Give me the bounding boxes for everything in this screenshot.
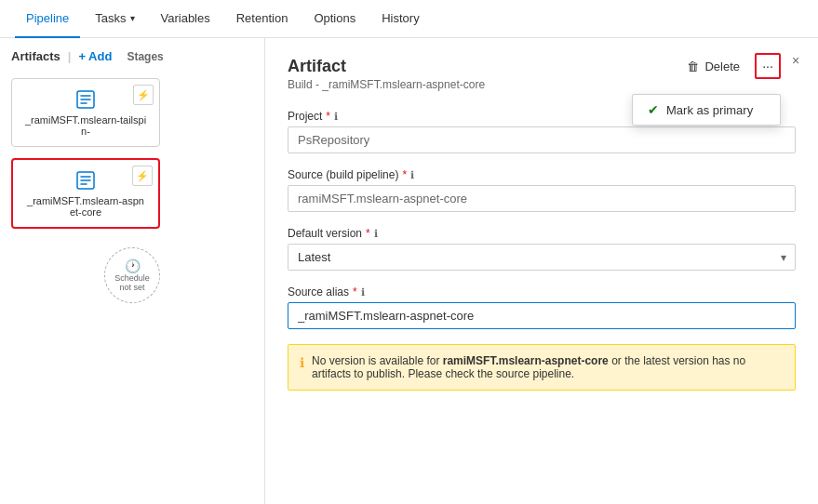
project-required: *: [326, 110, 330, 123]
artifacts-title: Artifacts: [11, 49, 60, 63]
right-panel: 🗑 Delete ··· ✔ Mark as primary ×: [265, 38, 818, 504]
warning-text: No version is available for ramiMSFT.msl…: [312, 354, 784, 380]
source-required: *: [402, 168, 407, 181]
schedule-line1: Schedule: [114, 273, 150, 283]
nav-pipeline[interactable]: Pipeline: [15, 0, 80, 38]
close-button[interactable]: ×: [784, 49, 807, 72]
artifact-icon-1: [23, 88, 148, 111]
more-options-button[interactable]: ···: [755, 53, 781, 79]
nav-retention[interactable]: Retention: [225, 0, 300, 38]
source-alias-required: *: [353, 285, 357, 298]
check-icon: ✔: [648, 102, 659, 117]
panel-toolbar: 🗑 Delete ··· ✔ Mark as primary: [679, 53, 781, 79]
artifact-icon-2: [24, 169, 147, 192]
stages-label: Stages: [127, 50, 163, 63]
lightning-btn-2[interactable]: ⚡: [132, 166, 153, 186]
default-version-select[interactable]: Latest: [288, 244, 796, 271]
nav-variables[interactable]: Variables: [150, 0, 221, 38]
default-version-field-group: Default version * ℹ Latest ▾: [288, 227, 796, 271]
schedule-icon: 🕐: [125, 259, 141, 273]
schedule-card[interactable]: 🕐 Schedule not set: [104, 247, 160, 303]
nav-history[interactable]: History: [370, 0, 430, 38]
artifact-card-2[interactable]: ⚡ _ramiMSFT.mslearn-aspnet-core: [11, 158, 160, 229]
source-alias-field-group: Source alias * ℹ: [288, 285, 796, 329]
trash-icon: 🗑: [687, 60, 699, 73]
schedule-line2: not set: [119, 283, 144, 292]
delete-button[interactable]: 🗑 Delete: [679, 56, 747, 77]
source-alias-label: Source alias * ℹ: [288, 285, 796, 298]
default-version-select-wrapper: Latest ▾: [288, 244, 796, 271]
default-version-info-icon[interactable]: ℹ: [374, 228, 378, 240]
context-menu: ✔ Mark as primary: [632, 94, 781, 126]
default-version-required: *: [366, 227, 370, 240]
source-label: Source (build pipeline) * ℹ: [288, 168, 796, 181]
top-nav: Pipeline Tasks ▾ Variables Retention Opt…: [0, 0, 818, 38]
source-info-icon[interactable]: ℹ: [410, 169, 414, 181]
main-content: Artifacts | + Add Stages ⚡ _ramiMSFT.msl…: [0, 38, 818, 504]
header-separator: |: [68, 49, 72, 63]
source-field-group: Source (build pipeline) * ℹ: [288, 168, 796, 212]
left-panel: Artifacts | + Add Stages ⚡ _ramiMSFT.msl…: [0, 38, 265, 504]
artifact-card-1[interactable]: ⚡ _ramiMSFT.mslearn-tailspin-: [11, 78, 160, 147]
nav-options[interactable]: Options: [302, 0, 367, 38]
artifact-name-1: _ramiMSFT.mslearn-tailspin-: [23, 114, 148, 137]
nav-tasks[interactable]: Tasks ▾: [84, 0, 145, 38]
panel-subtitle: Build - _ramiMSFT.mslearn-aspnet-core: [288, 78, 796, 91]
warning-banner: ℹ No version is available for ramiMSFT.m…: [288, 344, 796, 391]
artifacts-header: Artifacts | + Add Stages: [11, 49, 253, 63]
default-version-label: Default version * ℹ: [288, 227, 796, 240]
tasks-dropdown-arrow: ▾: [130, 13, 135, 23]
project-input[interactable]: [288, 126, 796, 153]
lightning-btn-1[interactable]: ⚡: [133, 85, 154, 105]
source-alias-input[interactable]: [288, 302, 796, 329]
mark-as-primary-item[interactable]: ✔ Mark as primary: [633, 95, 780, 125]
source-input[interactable]: [288, 185, 796, 212]
source-alias-info-icon[interactable]: ℹ: [361, 286, 365, 298]
warning-icon: ℹ: [300, 355, 304, 370]
project-info-icon[interactable]: ℹ: [334, 111, 338, 123]
artifact-name-2: _ramiMSFT.mslearn-aspnet-core: [24, 195, 147, 218]
add-artifact-button[interactable]: + Add: [78, 49, 112, 63]
